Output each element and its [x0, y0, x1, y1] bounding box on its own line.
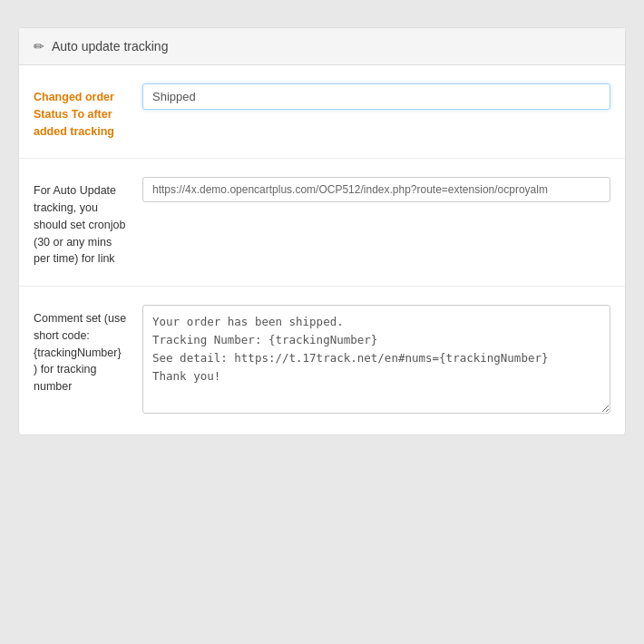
changed-order-status-control — [142, 83, 610, 110]
changed-order-status-label: Changed order Status To after added trac… — [34, 83, 142, 140]
cronjob-url-display: https://4x.demo.opencartplus.com/OCP512/… — [142, 177, 610, 202]
panel-body: Changed order Status To after added trac… — [19, 65, 625, 434]
panel-header: ✏ Auto update tracking — [19, 28, 625, 65]
comment-set-control: Your order has been shipped. Tracking Nu… — [142, 305, 610, 416]
auto-update-tracking-panel: ✏ Auto update tracking Changed order Sta… — [18, 27, 626, 435]
cronjob-label: For Auto Update tracking, you should set… — [34, 177, 142, 268]
panel-title: Auto update tracking — [52, 39, 168, 54]
comment-set-row: Comment set (use short code: {trackingNu… — [19, 287, 625, 434]
comment-textarea[interactable]: Your order has been shipped. Tracking Nu… — [142, 305, 610, 414]
cronjob-url-row: For Auto Update tracking, you should set… — [19, 159, 625, 287]
cronjob-url-control: https://4x.demo.opencartplus.com/OCP512/… — [142, 177, 610, 202]
comment-set-label: Comment set (use short code: {trackingNu… — [34, 305, 142, 395]
changed-order-status-input[interactable] — [142, 83, 610, 110]
changed-order-status-row: Changed order Status To after added trac… — [19, 65, 625, 159]
edit-icon: ✏ — [34, 39, 44, 54]
